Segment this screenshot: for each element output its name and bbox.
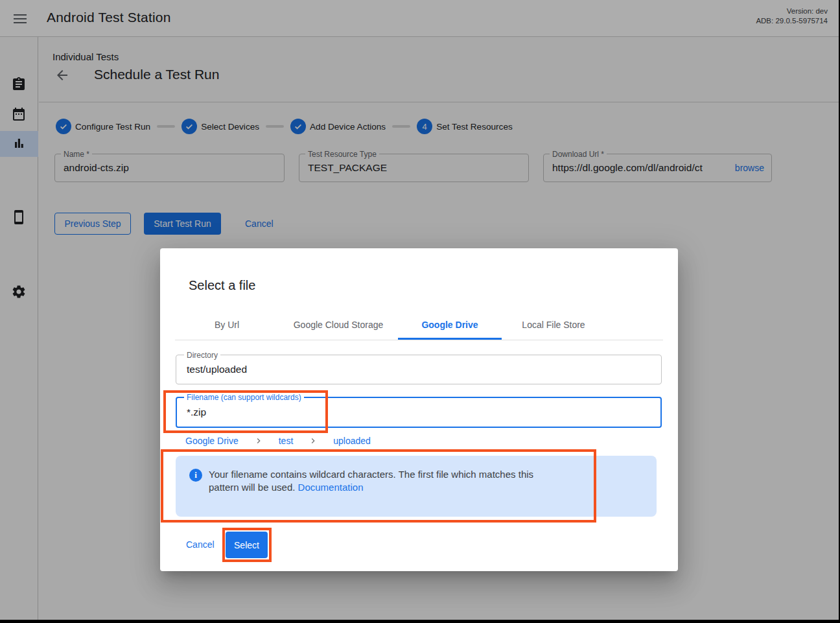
directory-field[interactable]: Directory test/uploaded: [176, 355, 662, 384]
breadcrumb-google-drive[interactable]: Google Drive: [185, 436, 239, 446]
chevron-right-icon: [253, 436, 264, 446]
tab-local-file-store[interactable]: Local File Store: [502, 309, 605, 340]
tab-google-cloud-storage[interactable]: Google Cloud Storage: [279, 309, 398, 340]
annotation-filename-field: [163, 390, 328, 433]
drive-breadcrumb: Google Drive test uploaded: [185, 435, 371, 447]
dialog-tabs: By Url Google Cloud Storage Google Drive…: [175, 309, 663, 340]
tab-by-url[interactable]: By Url: [175, 309, 279, 340]
annotation-alert: [161, 449, 596, 523]
directory-field-value[interactable]: test/uploaded: [187, 364, 247, 375]
active-tab-indicator: [398, 338, 502, 340]
breadcrumb-test[interactable]: test: [279, 436, 294, 446]
directory-field-label: Directory: [184, 351, 220, 360]
dialog-title: Select a file: [189, 278, 255, 293]
breadcrumb-uploaded[interactable]: uploaded: [333, 436, 371, 446]
chevron-right-icon: [308, 436, 318, 446]
dialog-cancel-button[interactable]: Cancel: [186, 539, 215, 550]
annotation-select-button: [222, 528, 272, 562]
screen-edge-bottom: [0, 620, 840, 623]
tab-google-drive[interactable]: Google Drive: [398, 309, 502, 340]
